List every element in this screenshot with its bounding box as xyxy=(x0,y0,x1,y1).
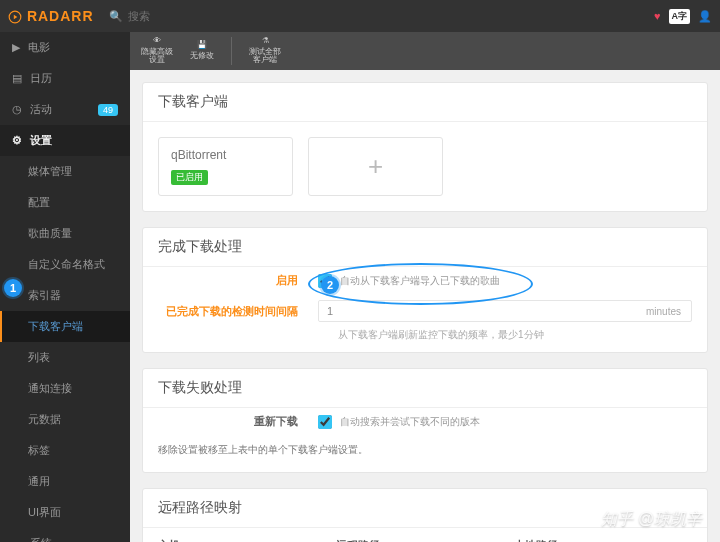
interval-input[interactable] xyxy=(319,301,628,321)
sidebar-item[interactable]: 下载客户端 xyxy=(0,311,130,342)
sidebar-item-label: 元数据 xyxy=(28,412,61,427)
sidebar-item[interactable]: 媒体管理 xyxy=(0,156,130,187)
redownload-label: 重新下载 xyxy=(158,414,318,429)
nav-icon: ▤ xyxy=(12,72,22,85)
sidebar-item[interactable]: ▤日历 xyxy=(0,63,130,94)
sidebar-item[interactable]: ▶电影 xyxy=(0,32,130,63)
search-icon: 🔍 xyxy=(109,10,123,23)
watermark: 知乎 @琼凯辛 xyxy=(601,509,702,530)
nav-icon: ⚙ xyxy=(12,134,22,147)
sidebar-item-label: 标签 xyxy=(28,443,50,458)
sidebar-item-label: 通用 xyxy=(28,474,50,489)
nav-icon: ▭ xyxy=(12,537,22,542)
count-badge: 49 xyxy=(98,104,118,116)
sidebar-item[interactable]: 自定义命名格式 xyxy=(0,249,130,280)
interval-hint: 从下载客户端刷新监控下载的频率，最少1分钟 xyxy=(143,328,707,342)
sidebar-item[interactable]: 列表 xyxy=(0,342,130,373)
sidebar-item-label: 媒体管理 xyxy=(28,164,72,179)
enabled-badge: 已启用 xyxy=(171,170,208,185)
content-area: 下载客户端 qBittorrent 已启用 + 完成下载处理 2 启用 自动从下… xyxy=(130,70,720,542)
sidebar-item[interactable]: ◷活动49 xyxy=(0,94,130,125)
sidebar-item[interactable]: ▭系统 xyxy=(0,528,130,542)
top-icons: ♥ A字 👤 xyxy=(654,9,712,24)
heart-icon[interactable]: ♥ xyxy=(654,10,661,22)
nav-icon: ◷ xyxy=(12,103,22,116)
test-all-button[interactable]: ⚗ 测试全部 客户端 xyxy=(243,34,287,68)
save-icon: 💾 xyxy=(197,41,207,50)
sidebar-item-label: 下载客户端 xyxy=(28,319,83,334)
toolbar: 👁 隐藏高级 设置 💾 无修改 ⚗ 测试全部 客户端 xyxy=(130,32,720,70)
sidebar-item[interactable]: 通用 xyxy=(0,466,130,497)
interval-label: 已完成下载的检测时间间隔 xyxy=(158,304,318,319)
col-remote: 远程路径 xyxy=(336,538,514,542)
sidebar-item-label: 电影 xyxy=(28,40,50,55)
remove-settings-note: 移除设置被移至上表中的单个下载客户端设置。 xyxy=(143,435,707,472)
add-client-button[interactable]: + xyxy=(308,137,443,196)
sidebar-item-label: 设置 xyxy=(30,133,52,148)
nav-icon: ▶ xyxy=(12,41,20,54)
enable-label: 启用 xyxy=(158,273,318,288)
sidebar-item-label: 歌曲质量 xyxy=(28,226,72,241)
search-box[interactable]: 🔍 xyxy=(109,10,654,23)
sidebar-item[interactable]: 标签 xyxy=(0,435,130,466)
sidebar-item-label: 日历 xyxy=(30,71,52,86)
user-icon[interactable]: 👤 xyxy=(698,10,712,23)
client-card-qbittorrent[interactable]: qBittorrent 已启用 xyxy=(158,137,293,196)
annotation-marker-2: 2 xyxy=(321,276,339,294)
sidebar-item[interactable]: 通知连接 xyxy=(0,373,130,404)
sidebar-item[interactable]: 元数据 xyxy=(0,404,130,435)
failed-handling-panel: 下载失败处理 重新下载 自动搜索并尝试下载不同的版本 移除设置被移至上表中的单个… xyxy=(142,368,708,473)
table-header: 主机 远程路径 本地路径 xyxy=(143,528,707,542)
sidebar-item-label: 系统 xyxy=(30,536,52,542)
interval-unit: minutes xyxy=(636,306,691,317)
sidebar-item-label: 通知连接 xyxy=(28,381,72,396)
sidebar-item-label: 配置 xyxy=(28,195,50,210)
annotation-marker-1: 1 xyxy=(4,279,22,297)
sidebar-item-label: 索引器 xyxy=(28,288,61,303)
col-local: 本地路径 xyxy=(514,538,692,542)
col-host: 主机 xyxy=(158,538,336,542)
save-button[interactable]: 💾 无修改 xyxy=(184,38,220,64)
sidebar-item-label: UI界面 xyxy=(28,505,61,520)
sidebar-item[interactable]: UI界面 xyxy=(0,497,130,528)
panel-title: 下载失败处理 xyxy=(143,369,707,408)
lang-button[interactable]: A字 xyxy=(669,9,691,24)
sidebar-item-label: 自定义命名格式 xyxy=(28,257,105,272)
panel-title: 下载客户端 xyxy=(143,83,707,122)
toggle-advanced-button[interactable]: 👁 隐藏高级 设置 xyxy=(135,34,179,68)
sidebar-item-label: 列表 xyxy=(28,350,50,365)
top-bar: RADARR 🔍 ♥ A字 👤 xyxy=(0,0,720,32)
complete-handling-panel: 完成下载处理 2 启用 自动从下载客户端导入已下载的歌曲 已完成下载的检测时间间… xyxy=(142,227,708,353)
sidebar-item-label: 活动 xyxy=(30,102,52,117)
search-input[interactable] xyxy=(128,10,228,22)
redownload-checkbox[interactable] xyxy=(318,415,332,429)
eye-icon: 👁 xyxy=(153,37,161,46)
app-logo: RADARR xyxy=(8,8,94,24)
sidebar-item[interactable]: 歌曲质量 xyxy=(0,218,130,249)
redownload-help-text: 自动搜索并尝试下载不同的版本 xyxy=(340,415,480,429)
client-name: qBittorrent xyxy=(171,148,280,162)
sidebar-item[interactable]: ⚙设置 xyxy=(0,125,130,156)
download-clients-panel: 下载客户端 qBittorrent 已启用 + xyxy=(142,82,708,212)
enable-help-text: 自动从下载客户端导入已下载的歌曲 xyxy=(340,274,500,288)
flask-icon: ⚗ xyxy=(262,37,269,46)
svg-marker-1 xyxy=(14,15,17,20)
panel-title: 完成下载处理 xyxy=(143,228,707,267)
sidebar-item[interactable]: 配置 xyxy=(0,187,130,218)
